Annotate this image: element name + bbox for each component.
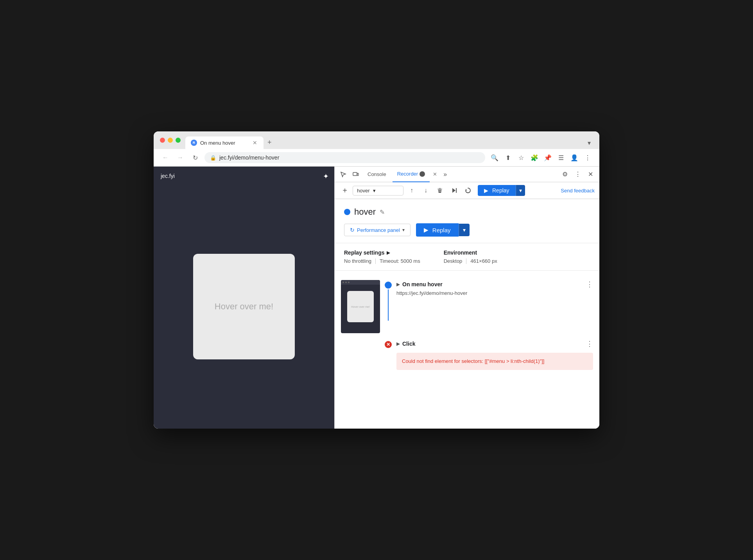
step-expand-icon[interactable]: ▶ (396, 282, 400, 287)
step-content: ▶ On menu hover ⋮ https://jec.fyi/demo/m… (396, 280, 593, 299)
step2-content: ▶ Click ⋮ Could not find element for sel… (396, 339, 593, 370)
step2-expand-icon[interactable]: ▶ (396, 341, 400, 346)
sidebar-icon[interactable]: ☰ (556, 152, 567, 163)
share-icon[interactable]: ⬆ (502, 152, 513, 163)
url-bar[interactable]: 🔒 jec.fyi/demo/menu-hover (204, 152, 485, 163)
svg-rect-0 (353, 172, 357, 176)
step-replay-button[interactable] (448, 185, 460, 196)
svg-rect-3 (456, 188, 457, 193)
more-tabs-button[interactable]: » (440, 169, 450, 179)
recorder-badge (420, 171, 425, 177)
tabs-bar: R On menu hover ✕ + ▾ (185, 136, 593, 149)
replay-slow-button[interactable] (462, 185, 474, 196)
steps-section: Hover over me! ▶ On menu hover ⋮ http (335, 271, 599, 429)
replay-settings-expand-icon: ▶ (387, 250, 390, 255)
send-feedback-link[interactable]: Send feedback (561, 188, 595, 194)
search-icon[interactable]: 🔍 (489, 152, 500, 163)
new-tab-button[interactable]: + (264, 136, 276, 149)
replay-button[interactable]: ▶ Replay (478, 185, 516, 196)
replay-settings-title[interactable]: Replay settings ▶ (344, 249, 420, 256)
tab-recorder[interactable]: Recorder (393, 167, 430, 182)
recorder-close-button[interactable]: ✕ (431, 171, 439, 178)
recording-replay-dropdown[interactable]: ▾ (459, 224, 470, 236)
browser-tab[interactable]: R On menu hover ✕ (185, 136, 264, 149)
bookmark-icon[interactable]: ☆ (516, 152, 527, 163)
perf-panel-icon: ↻ (350, 227, 355, 233)
replay-settings-section: Replay settings ▶ No throttling Timeout:… (335, 243, 599, 271)
replay-dropdown-chevron: ▾ (463, 227, 466, 233)
export-button[interactable]: ↑ (406, 185, 418, 196)
replay-group: ▶ Replay ▾ (478, 185, 525, 196)
devtools-settings-button[interactable]: ⚙ (559, 169, 571, 179)
recording-title-row: hover ✎ (344, 207, 590, 217)
step-status-dot (385, 282, 392, 289)
forward-button[interactable]: → (175, 152, 186, 163)
replay-settings-values: No throttling Timeout: 5000 ms (344, 258, 420, 264)
throttling-value: No throttling (344, 258, 371, 264)
import-button[interactable]: ↓ (420, 185, 432, 196)
devtools-toolbar: + hover ▾ ↑ ↓ (335, 182, 599, 199)
environment-group: Environment Desktop 461×660 px (444, 249, 497, 264)
devtools-panel: Console Recorder ✕ » ⚙ ⋮ ✕ + hover ▾ (334, 167, 599, 429)
reload-button[interactable]: ↻ (190, 152, 201, 163)
replay-label: Replay (492, 187, 509, 194)
recording-replay-group: ▶ Replay ▾ (416, 223, 470, 237)
add-recording-button[interactable]: + (339, 185, 350, 196)
performance-panel-button[interactable]: ↻ Performance panel ▾ (344, 224, 411, 236)
settings-divider (375, 258, 376, 264)
demo-card-container: Hover over me! (154, 185, 334, 428)
list-item: ✕ ▶ Click ⋮ Could not find element for s… (335, 336, 599, 373)
lock-icon: 🔒 (210, 155, 216, 161)
browser-panel: jec.fyi ✦ Hover over me! (154, 167, 334, 429)
svg-marker-4 (466, 189, 467, 190)
site-label: jec.fyi (154, 167, 334, 185)
step-thumb-content: Hover over me! (347, 291, 374, 322)
step2-title: Click (402, 341, 415, 347)
step2-connector: ✕ (385, 339, 392, 348)
resolution-value: 461×660 px (470, 258, 497, 264)
back-button[interactable]: ← (160, 152, 171, 163)
devtools-kebab-button[interactable]: ⋮ (572, 169, 583, 179)
profile-icon[interactable]: 👤 (569, 152, 580, 163)
recording-status-dot (344, 209, 350, 215)
thumb-dot (348, 282, 350, 283)
thumb-dot (342, 282, 344, 283)
tab-console[interactable]: Console (363, 167, 391, 182)
extensions-icon[interactable]: 🧩 (529, 152, 540, 163)
title-bar: R On menu hover ✕ + ▾ (154, 131, 599, 149)
recording-selector-dropdown[interactable]: hover ▾ (353, 186, 403, 196)
list-item: Hover over me! ▶ On menu hover ⋮ http (335, 277, 599, 336)
recording-controls: ↻ Performance panel ▾ ▶ Replay ▾ (344, 223, 590, 237)
thumb-bar (341, 280, 380, 285)
recording-selector-value: hover (357, 188, 370, 194)
device-toolbar-icon[interactable] (350, 169, 361, 180)
environment-title: Environment (444, 249, 497, 256)
step2-title-row: ▶ Click ⋮ (396, 339, 593, 348)
tab-list-button[interactable]: ▾ (585, 137, 593, 149)
replay-play-icon: ▶ (424, 226, 428, 233)
recording-name: hover (354, 207, 376, 217)
step-kebab-button[interactable]: ⋮ (586, 280, 593, 289)
close-traffic-light[interactable] (160, 138, 165, 143)
minimize-traffic-light[interactable] (168, 138, 173, 143)
env-divider (466, 258, 466, 264)
tab-close-button[interactable]: ✕ (252, 140, 258, 146)
device-value: Desktop (444, 258, 463, 264)
element-picker-icon[interactable] (338, 169, 349, 180)
step2-status-dot: ✕ (385, 341, 392, 348)
recording-replay-button[interactable]: ▶ Replay (416, 223, 459, 237)
step-connector (385, 280, 392, 321)
menu-icon[interactable]: ⋮ (582, 152, 593, 163)
maximize-traffic-light[interactable] (176, 138, 181, 143)
step2-kebab-button[interactable]: ⋮ (586, 339, 593, 348)
edit-name-icon[interactable]: ✎ (380, 208, 385, 216)
devtools-close-button[interactable]: ✕ (585, 169, 596, 179)
delete-recording-button[interactable] (434, 185, 446, 196)
demo-card: Hover over me! (193, 254, 295, 359)
theme-toggle-icon[interactable]: ✦ (323, 172, 329, 181)
perf-dropdown-arrow: ▾ (402, 227, 405, 233)
replay-dropdown-button[interactable]: ▾ (516, 185, 525, 196)
recording-header: hover ✎ ↻ Performance panel ▾ ▶ Replay (335, 199, 599, 243)
pin-icon[interactable]: 📌 (542, 152, 553, 163)
step-url: https://jec.fyi/demo/menu-hover (396, 290, 593, 296)
